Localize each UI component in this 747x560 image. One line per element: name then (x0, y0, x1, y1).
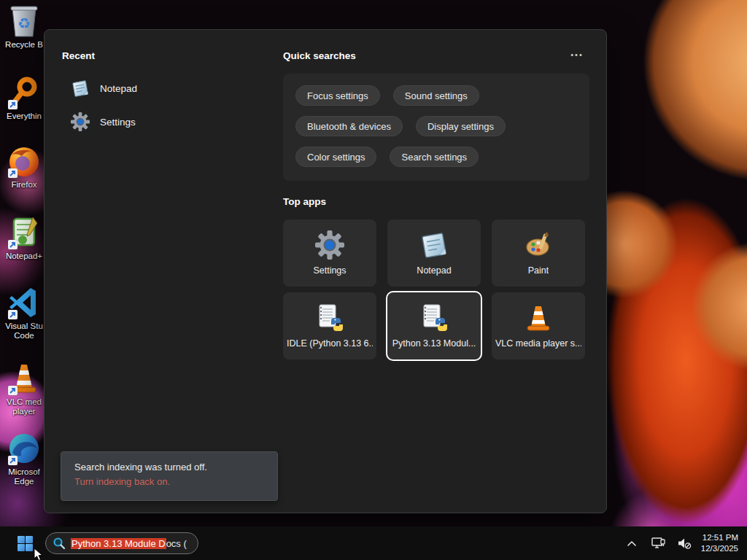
notepad-plus-icon (7, 216, 41, 249)
hidden-icons-chevron[interactable] (622, 532, 641, 554)
top-app-tile-settings[interactable]: Settings (283, 219, 376, 287)
taskbar-clock[interactable]: 12:51 PM 12/3/2025 (701, 532, 743, 554)
quick-search-pill-bluetooth-devices[interactable]: Bluetooth & devices (295, 116, 403, 136)
desktop-icon-notepad-plus[interactable]: Notepad+ (0, 216, 48, 261)
clock-time: 12:51 PM (701, 532, 738, 543)
desktop-icon-everything[interactable]: Everythin (0, 76, 48, 121)
shortcut-arrow-icon (8, 168, 18, 178)
recent-item-label: Notepad (100, 83, 137, 94)
notepad-icon (71, 79, 90, 98)
top-app-label: Python 3.13 Modul... (392, 338, 476, 349)
vlc-icon (7, 362, 41, 395)
paint-palette-icon (524, 230, 553, 260)
top-app-tile-vlc[interactable]: VLC media player s... (492, 292, 585, 359)
desktop-icon-label: Everythin (7, 112, 42, 121)
gear-icon (71, 112, 90, 131)
search-query-text: Python 3.13 Module Docs ( (71, 538, 187, 549)
desktop-icon-vscode[interactable]: Visual Stu Code (0, 286, 48, 341)
clock-date: 12/3/2025 (701, 543, 738, 554)
search-icon (53, 537, 66, 550)
top-app-label: Notepad (417, 265, 451, 276)
quick-searches-title: Quick searches (283, 50, 356, 61)
speaker-muted-icon (677, 537, 692, 550)
desktop-icon-label: Firefox (11, 180, 36, 190)
taskbar-search-box[interactable]: Python 3.13 Module Docs ( (45, 532, 198, 554)
top-app-label: VLC media player s... (495, 338, 581, 349)
desktop-icon-edge[interactable]: Microsof Edge (0, 432, 48, 486)
recent-item-label: Settings (100, 117, 136, 128)
quick-searches-card: Focus settings Sound settings Bluetooth … (283, 74, 589, 181)
search-query-unselected-text: ocs ( (166, 538, 187, 549)
indexing-tooltip: Search indexing was turned off. Turn ind… (61, 451, 278, 501)
shortcut-arrow-icon (8, 310, 18, 319)
quick-search-pill-search-settings[interactable]: Search settings (390, 147, 479, 167)
taskbar: Python 3.13 Module Docs ( (0, 526, 747, 560)
svg-text:♻: ♻ (18, 15, 31, 31)
search-flyout-panel: Recent Notepad (44, 29, 607, 513)
python-document-icon (315, 303, 344, 332)
gear-icon (315, 230, 344, 260)
desktop-icon-label: player (12, 407, 35, 416)
desktop-icon-firefox[interactable]: Firefox (0, 144, 48, 190)
quick-search-pill-color-settings[interactable]: Color settings (295, 147, 376, 167)
quick-search-pill-display-settings[interactable]: Display settings (416, 116, 506, 136)
system-tray: 12:51 PM 12/3/2025 (622, 526, 743, 560)
top-apps-grid: Settings Notepad (283, 219, 589, 359)
chevron-up-icon (627, 540, 637, 547)
everything-icon (7, 76, 41, 109)
top-app-tile-notepad[interactable]: Notepad (387, 219, 481, 287)
ethernet-network-icon (651, 537, 665, 550)
quick-search-pill-sound-settings[interactable]: Sound settings (393, 85, 479, 106)
shortcut-arrow-icon (8, 456, 18, 465)
top-app-tile-paint[interactable]: Paint (492, 219, 585, 287)
top-apps-title: Top apps (283, 196, 326, 207)
recent-item-notepad[interactable]: Notepad (69, 76, 144, 101)
top-app-tile-python-module-docs[interactable]: Python 3.13 Modul... (387, 292, 481, 359)
edge-icon (7, 432, 41, 465)
recycle-bin-icon: ♻ (7, 4, 41, 38)
desktop-icon-vlc[interactable]: VLC med player (0, 362, 48, 416)
desktop-icon-label: Notepad+ (6, 252, 42, 261)
desktop-icon-label: Edge (15, 477, 34, 486)
desktop-icon-recycle-bin[interactable]: ♻ Recycle B (0, 4, 48, 50)
volume-status-button[interactable] (675, 532, 694, 554)
recent-section-title: Recent (62, 50, 95, 61)
windows-logo-icon (18, 536, 33, 551)
desktop-icon-label: VLC med (7, 397, 42, 407)
shortcut-arrow-icon (8, 100, 18, 109)
shortcut-arrow-icon (8, 386, 18, 395)
indexing-tooltip-message: Search indexing was turned off. (74, 462, 264, 472)
top-app-tile-idle-python[interactable]: IDLE (Python 3.13 6... (283, 292, 376, 359)
desktop-icon-label: Recycle B (5, 40, 43, 50)
top-app-label: IDLE (Python 3.13 6... (287, 338, 373, 349)
quick-search-pill-focus-settings[interactable]: Focus settings (295, 85, 380, 106)
network-status-button[interactable] (649, 532, 667, 554)
start-button[interactable] (10, 529, 39, 557)
vscode-icon (7, 286, 41, 319)
firefox-icon (7, 144, 41, 178)
notepad-icon (419, 230, 449, 260)
indexing-tooltip-link[interactable]: Turn indexing back on. (74, 476, 264, 487)
desktop-icon-label: Code (14, 331, 34, 341)
quick-searches-more-button[interactable]: ••• (567, 50, 587, 62)
recent-item-settings[interactable]: Settings (69, 109, 143, 134)
desktop-icon-label: Microsof (8, 467, 39, 477)
shortcut-arrow-icon (8, 240, 18, 249)
top-app-label: Paint (528, 265, 549, 276)
top-app-label: Settings (313, 265, 346, 276)
desktop-icon-label: Visual Stu (5, 322, 43, 331)
search-query-selected-text: Python 3.13 Module D (71, 538, 166, 549)
vlc-cone-icon (524, 303, 553, 332)
python-document-icon (419, 303, 449, 332)
